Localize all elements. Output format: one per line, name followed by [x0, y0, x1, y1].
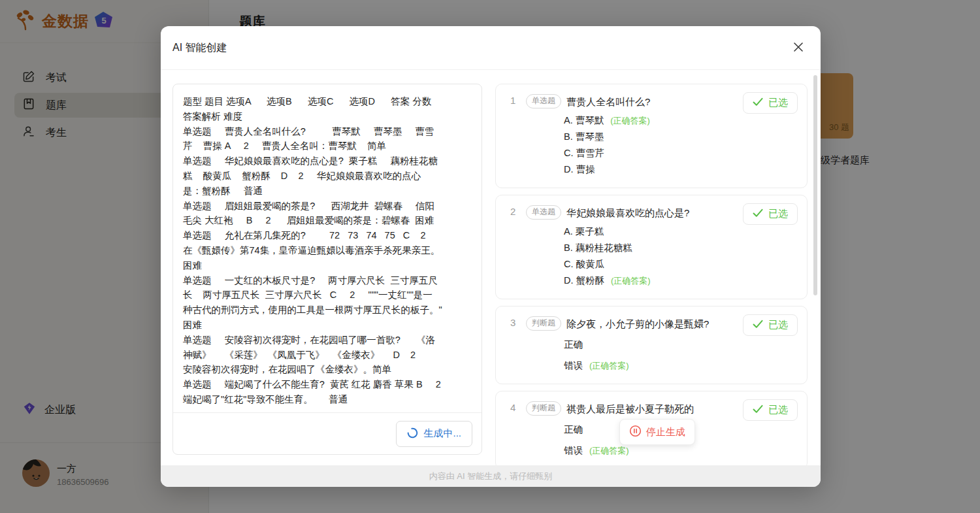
option-text: 错误: [564, 443, 583, 458]
ai-disclaimer: 内容由 AI 智能生成，请仔细甄别: [429, 471, 553, 482]
option-text: 错误: [564, 358, 583, 373]
selected-label: 已选: [768, 319, 788, 331]
selected-toggle[interactable]: 已选: [743, 314, 798, 336]
check-icon: [753, 320, 763, 331]
stop-generating-label: 停止生成: [646, 426, 685, 439]
pause-icon: [629, 425, 642, 439]
option-text: C. 曹雪芹: [564, 146, 604, 161]
question-type-badge: 单选题: [526, 94, 561, 108]
options-list: 正确错误(正确答案): [564, 337, 798, 373]
question-number: 3: [510, 316, 526, 328]
option-text: A. 曹琴默: [564, 113, 604, 128]
source-footer: 生成中...: [173, 412, 482, 454]
question-number: 1: [510, 93, 526, 106]
modal-title: AI 智能创建: [172, 41, 227, 55]
generated-questions-list: 1 单选题 曹贵人全名叫什么? A. 曹琴默(正确答案)B. 曹琴墨C. 曹雪芹…: [495, 84, 808, 465]
option-text: D. 曹操: [564, 162, 595, 177]
generating-button[interactable]: 生成中...: [396, 421, 472, 447]
modal-header: AI 智能创建: [161, 26, 821, 70]
option-text: 正确: [564, 337, 583, 352]
question-text: 曹贵人全名叫什么?: [566, 93, 650, 109]
source-text-content: 题型 题目 选项A 选项B 选项C 选项D 答案 分数 答案解析 难度 单选题 …: [173, 84, 482, 413]
option-row: 错误(正确答案): [564, 358, 798, 373]
correct-answer-label: (正确答案): [589, 358, 629, 373]
correct-answer-label: (正确答案): [589, 443, 629, 458]
option-row: 错误(正确答案): [564, 443, 798, 458]
question-card: 1 单选题 曹贵人全名叫什么? A. 曹琴默(正确答案)B. 曹琴墨C. 曹雪芹…: [495, 84, 808, 188]
check-icon: [753, 97, 763, 108]
correct-answer-label: (正确答案): [610, 113, 650, 128]
option-row: D. 蟹粉酥(正确答案): [564, 273, 798, 288]
option-row: 正确: [564, 337, 798, 352]
modal-footer: 内容由 AI 智能生成，请仔细甄别: [161, 465, 821, 487]
selected-toggle[interactable]: 已选: [743, 203, 798, 225]
selected-toggle[interactable]: 已选: [743, 399, 798, 421]
option-row: C. 曹雪芹: [564, 146, 798, 161]
selected-toggle[interactable]: 已选: [743, 92, 798, 114]
option-row: A. 曹琴默(正确答案): [564, 113, 798, 128]
check-icon: [753, 405, 763, 416]
question-text: 除夕夜，小允子剪的小像是甄嬛?: [566, 316, 709, 331]
stop-generating-button[interactable]: 停止生成: [619, 419, 695, 445]
question-number: 4: [510, 401, 526, 413]
option-row: A. 栗子糕: [564, 224, 798, 239]
correct-answer-label: (正确答案): [611, 273, 651, 288]
close-icon: [792, 41, 804, 55]
question-number: 2: [510, 205, 526, 217]
options-list: A. 曹琴默(正确答案)B. 曹琴墨C. 曹雪芹D. 曹操: [564, 113, 798, 177]
option-row: D. 曹操: [564, 162, 798, 177]
question-type-badge: 单选题: [526, 205, 561, 220]
selected-label: 已选: [768, 404, 788, 416]
option-text: B. 藕粉桂花糖糕: [564, 240, 632, 256]
option-text: B. 曹琴墨: [564, 129, 604, 144]
ai-create-modal: AI 智能创建 题型 题目 选项A 选项B 选项C 选项D 答案 分数 答案解析…: [161, 26, 821, 487]
selected-label: 已选: [768, 208, 788, 220]
spinner-icon: [407, 427, 418, 440]
question-text: 华妃娘娘最喜欢吃的点心是?: [566, 205, 689, 220]
options-list: A. 栗子糕B. 藕粉桂花糖糕C. 酸黄瓜D. 蟹粉酥(正确答案): [564, 224, 798, 288]
option-text: D. 蟹粉酥: [564, 273, 604, 288]
option-text: C. 酸黄瓜: [564, 257, 604, 272]
option-text: A. 栗子糕: [564, 224, 604, 239]
option-row: B. 曹琴墨: [564, 129, 798, 144]
question-type-badge: 判断题: [526, 401, 561, 416]
scrollbar-thumb[interactable]: [813, 75, 817, 295]
question-type-badge: 判断题: [526, 316, 561, 331]
source-text-input[interactable]: 题型 题目 选项A 选项B 选项C 选项D 答案 分数 答案解析 难度 单选题 …: [172, 84, 482, 455]
check-icon: [753, 208, 763, 220]
option-row: B. 藕粉桂花糖糕: [564, 240, 798, 256]
generating-button-label: 生成中...: [423, 427, 461, 440]
close-button[interactable]: [789, 39, 808, 57]
option-row: C. 酸黄瓜: [564, 257, 798, 272]
option-text: 正确: [564, 422, 583, 437]
question-card: 3 判断题 除夕夜，小允子剪的小像是甄嬛? 正确错误(正确答案) 已选: [495, 306, 808, 384]
question-text: 祺贵人最后是被小夏子勒死的: [566, 401, 694, 416]
question-card: 2 单选题 华妃娘娘最喜欢吃的点心是? A. 栗子糕B. 藕粉桂花糖糕C. 酸黄…: [495, 195, 808, 299]
selected-label: 已选: [768, 97, 788, 109]
